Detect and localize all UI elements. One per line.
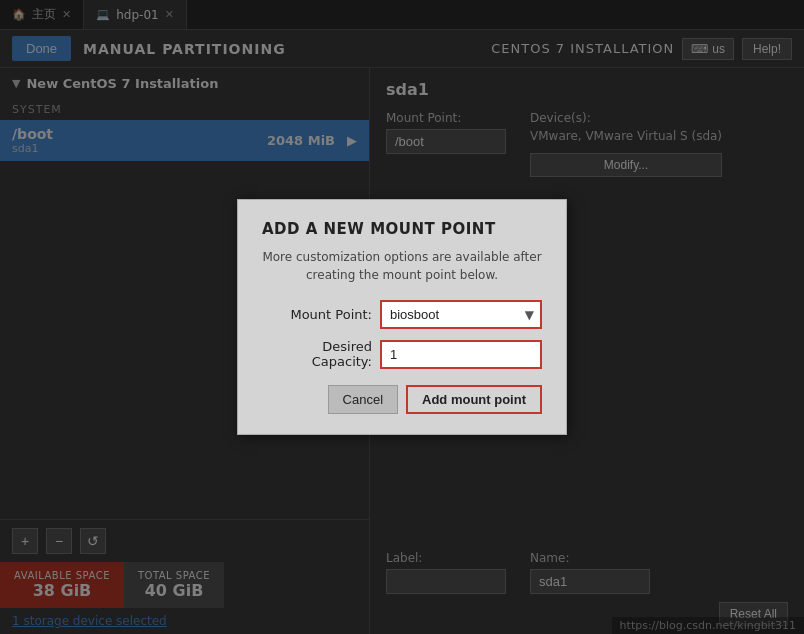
modal-capacity-label: Desired Capacity: bbox=[262, 339, 372, 369]
modal-mount-point-label: Mount Point: bbox=[262, 307, 372, 322]
modal-overlay: ADD A NEW MOUNT POINT More customization… bbox=[0, 0, 804, 634]
modal-dropdown-wrapper: biosboot /boot / /home /var swap ▼ bbox=[380, 300, 542, 329]
modal-mount-point-row: Mount Point: biosboot /boot / /home /var… bbox=[262, 300, 542, 329]
modal-description: More customization options are available… bbox=[262, 248, 542, 284]
modal-capacity-row: Desired Capacity: bbox=[262, 339, 542, 369]
cancel-button[interactable]: Cancel bbox=[328, 385, 398, 414]
modal-capacity-input[interactable] bbox=[382, 342, 540, 367]
modal-input-wrapper bbox=[380, 340, 542, 369]
modal-title: ADD A NEW MOUNT POINT bbox=[262, 220, 542, 238]
modal-dialog: ADD A NEW MOUNT POINT More customization… bbox=[237, 199, 567, 435]
modal-mount-point-dropdown[interactable]: biosboot /boot / /home /var swap bbox=[382, 302, 540, 327]
modal-buttons: Cancel Add mount point bbox=[262, 385, 542, 414]
add-mount-point-button[interactable]: Add mount point bbox=[406, 385, 542, 414]
